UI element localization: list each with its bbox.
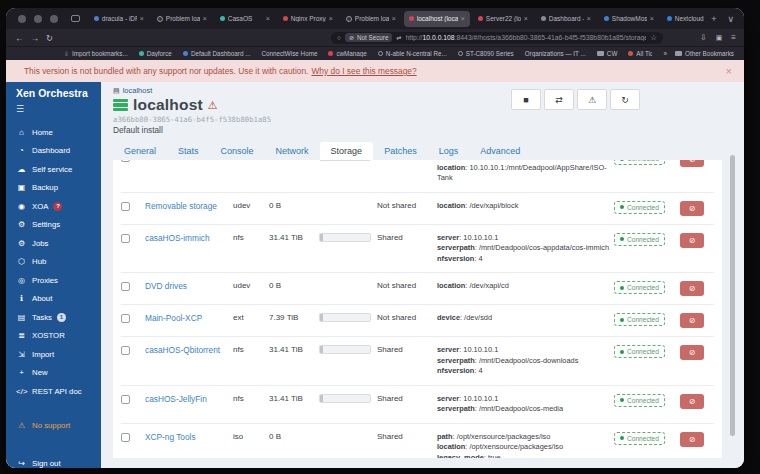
- sr-disconnect-button[interactable]: ⊘: [680, 281, 704, 296]
- sidebar-item-sign-out[interactable]: ↪ Sign out: [16, 455, 61, 469]
- bookmark-item[interactable]: ⇩ Import bookmarks...: [64, 50, 128, 57]
- url-text[interactable]: http://10.0.0.108:8443/#/hosts/a366bb80-…: [406, 34, 647, 41]
- sr-status-button[interactable]: Connected: [614, 345, 665, 358]
- back-button[interactable]: ←: [15, 33, 24, 43]
- sr-disconnect-button[interactable]: ⊘: [680, 233, 704, 248]
- sidebar-item-import[interactable]: ⇲ Import: [16, 345, 97, 364]
- sidebar-item-hub[interactable]: ⬡ Hub: [16, 253, 97, 272]
- sr-disconnect-button[interactable]: ⊘: [680, 201, 704, 216]
- host-warning-icon[interactable]: ⚠: [208, 99, 218, 112]
- sr-status-button[interactable]: Connected: [614, 313, 665, 326]
- row-checkbox[interactable]: [121, 234, 130, 243]
- sr-status-button[interactable]: Connected: [614, 394, 665, 407]
- browser-tab[interactable]: Server22 (localh ×: [473, 11, 533, 27]
- row-checkbox[interactable]: [121, 160, 130, 162]
- extension-icon[interactable]: ▣: [716, 34, 723, 42]
- tab-close-icon[interactable]: ×: [392, 15, 396, 22]
- page-scrollbar[interactable]: [730, 152, 735, 454]
- sr-name-link[interactable]: casHOS-JellyFin: [145, 394, 229, 404]
- sr-name-link[interactable]: casaHOS-Qbitorrent: [145, 345, 229, 355]
- bookmark-star-icon[interactable]: ☆: [650, 33, 657, 42]
- sr-name-link[interactable]: TrueNAS-ISO: [145, 160, 229, 162]
- restart-button[interactable]: ⇄: [544, 89, 574, 110]
- sidebar-item-settings[interactable]: ⚙ Settings: [16, 216, 97, 235]
- bookmark-item[interactable]: CW: [597, 50, 618, 57]
- address-bar[interactable]: ○ ⊘ Not Secure ⇄ http://10.0.0.108:8443/…: [331, 32, 663, 44]
- forward-button[interactable]: →: [31, 33, 40, 43]
- list-tabs-button[interactable]: ∨: [723, 14, 738, 24]
- browser-tab[interactable]: Dashboard - loc ×: [536, 11, 596, 27]
- sidebar-item-dashboard[interactable]: ◔ Dashboard: [16, 142, 97, 161]
- sidebar-item-new[interactable]: + New: [16, 364, 97, 383]
- tab-storage[interactable]: Storage: [320, 142, 374, 160]
- bookmark-item[interactable]: ConnectWise Home: [261, 50, 317, 57]
- zoom-window-button[interactable]: [50, 15, 58, 23]
- window-controls[interactable]: [18, 15, 58, 23]
- warning-button[interactable]: ⚠: [577, 89, 607, 110]
- sidebar-item-about[interactable]: ℹ About: [16, 290, 97, 309]
- tab-advanced[interactable]: Advanced: [469, 142, 531, 160]
- sr-disconnect-button[interactable]: ⊘: [680, 432, 704, 447]
- sr-name-link[interactable]: casaHOS-immich: [145, 233, 229, 243]
- bookmarks-overflow-button[interactable]: »: [663, 50, 667, 57]
- refresh-button[interactable]: ↻: [610, 89, 640, 110]
- browser-tab[interactable]: Nginx Proxy Ma ×: [278, 11, 338, 27]
- new-tab-button[interactable]: +: [707, 14, 720, 24]
- row-checkbox[interactable]: [121, 346, 130, 355]
- sidebar-item-no-support[interactable]: ⚠ No support: [16, 417, 97, 436]
- sidebar-item-rest-api-doc[interactable]: </> REST API doc: [16, 382, 97, 401]
- close-window-button[interactable]: [18, 15, 26, 23]
- sr-name-link[interactable]: Removable storage: [145, 201, 229, 211]
- tab-stats[interactable]: Stats: [167, 142, 210, 160]
- browser-tab[interactable]: i Problem loading ×: [152, 11, 212, 27]
- sidebar-item-xostor[interactable]: ≣ XOSTOR: [16, 327, 97, 346]
- sr-status-button[interactable]: Connected: [614, 281, 665, 294]
- tab-close-icon[interactable]: ×: [329, 15, 333, 22]
- tab-close-icon[interactable]: ×: [587, 15, 591, 22]
- sidebar-item-home[interactable]: ⌂ Home: [16, 123, 97, 142]
- banner-close-icon[interactable]: ×: [726, 65, 732, 77]
- bookmark-item[interactable]: Dayforce: [139, 50, 172, 57]
- browser-tab[interactable]: localhost (localh ×: [404, 11, 470, 27]
- tab-network[interactable]: Network: [265, 142, 320, 160]
- sidebar-toggle-icon[interactable]: ☰: [16, 104, 97, 114]
- sidebar-item-jobs[interactable]: ⚙ Jobs: [16, 234, 97, 253]
- browser-tab[interactable]: CasaOS ×: [215, 11, 275, 27]
- tab-close-icon[interactable]: ×: [203, 15, 207, 22]
- tab-general[interactable]: General: [113, 142, 167, 160]
- sidebar-item-tasks[interactable]: ▤ Tasks 1: [16, 308, 97, 327]
- sr-name-link[interactable]: Main-Pool-XCP: [145, 313, 229, 323]
- minimize-window-button[interactable]: [34, 15, 42, 23]
- bookmark-item[interactable]: ST-C8090 Series: [458, 50, 514, 57]
- bookmark-item[interactable]: N-able N-central Re...: [378, 50, 447, 57]
- banner-link[interactable]: Why do I see this message?: [311, 66, 416, 76]
- tab-close-icon[interactable]: ×: [266, 15, 270, 22]
- tab-logs[interactable]: Logs: [428, 142, 470, 160]
- sr-status-button[interactable]: Connected: [614, 160, 665, 165]
- sr-disconnect-button[interactable]: ⊘: [680, 313, 704, 328]
- browser-tab[interactable]: Nextcloud ×: [662, 11, 704, 27]
- sr-disconnect-button[interactable]: ⊘: [680, 160, 704, 167]
- stop-button[interactable]: ■: [511, 89, 541, 110]
- tab-close-icon[interactable]: ×: [650, 15, 654, 22]
- bookmark-item[interactable]: Default Dashboard ...: [183, 50, 251, 57]
- menu-icon[interactable]: ≡: [731, 33, 736, 42]
- tab-console[interactable]: Console: [210, 142, 265, 160]
- bookmark-item[interactable]: Organizations — IT ...: [525, 50, 586, 57]
- sr-disconnect-button[interactable]: ⊘: [680, 394, 704, 409]
- sr-status-button[interactable]: Connected: [614, 432, 665, 445]
- browser-tab[interactable]: i Problem loading ×: [341, 11, 401, 27]
- sr-disconnect-button[interactable]: ⊘: [680, 345, 704, 360]
- other-bookmarks-folder[interactable]: Other Bookmarks: [675, 50, 734, 57]
- row-checkbox[interactable]: [121, 433, 130, 442]
- browser-tab[interactable]: ShadowMoses - ×: [599, 11, 659, 27]
- row-checkbox[interactable]: [121, 314, 130, 323]
- sidebar-item-xoa[interactable]: ◉ XOA ?: [16, 197, 97, 216]
- bookmark-item[interactable]: cwManage: [328, 50, 366, 57]
- security-badge[interactable]: ⊘ Not Secure: [345, 33, 393, 42]
- row-checkbox[interactable]: [121, 202, 130, 211]
- sr-status-button[interactable]: Connected: [614, 233, 665, 246]
- sr-name-link[interactable]: DVD drives: [145, 281, 229, 291]
- tab-close-icon[interactable]: ×: [461, 15, 465, 22]
- sidebar-item-self-service[interactable]: ☁ Self service: [16, 160, 97, 179]
